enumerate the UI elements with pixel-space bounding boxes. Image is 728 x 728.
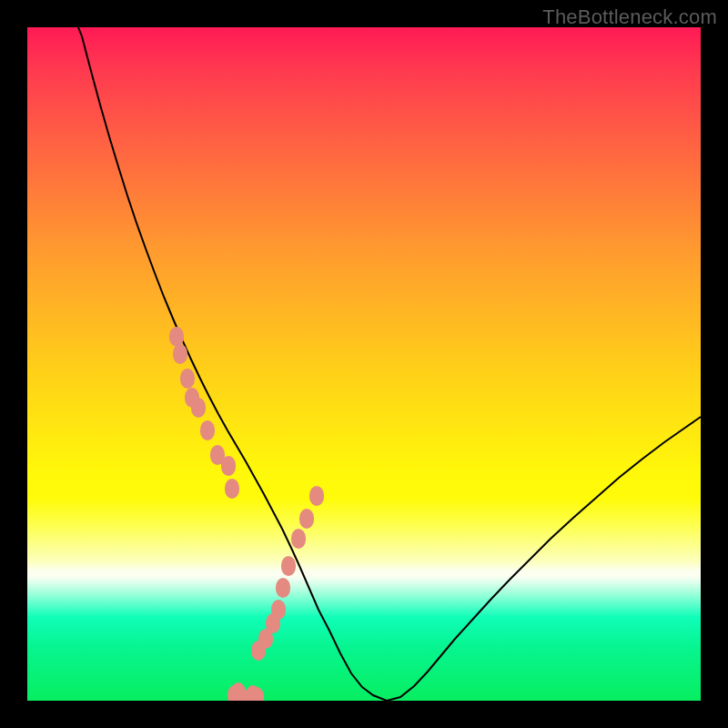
chart-frame: TheBottleneck.com (0, 0, 728, 728)
data-marker (173, 344, 187, 364)
watermark-text: TheBottleneck.com (542, 5, 717, 29)
chart-svg (27, 27, 701, 701)
data-marker (180, 369, 195, 389)
data-marker (271, 600, 286, 620)
data-marker (200, 420, 215, 440)
data-marker (221, 456, 236, 476)
data-marker (169, 327, 184, 347)
data-marker (309, 486, 324, 506)
data-marker (191, 398, 206, 418)
bottleneck-curve (78, 27, 701, 701)
data-marker (291, 529, 306, 549)
data-marker (276, 578, 290, 598)
data-marker (299, 509, 314, 529)
data-marker (281, 556, 296, 576)
data-marker (225, 479, 239, 499)
plot-area (27, 27, 701, 701)
